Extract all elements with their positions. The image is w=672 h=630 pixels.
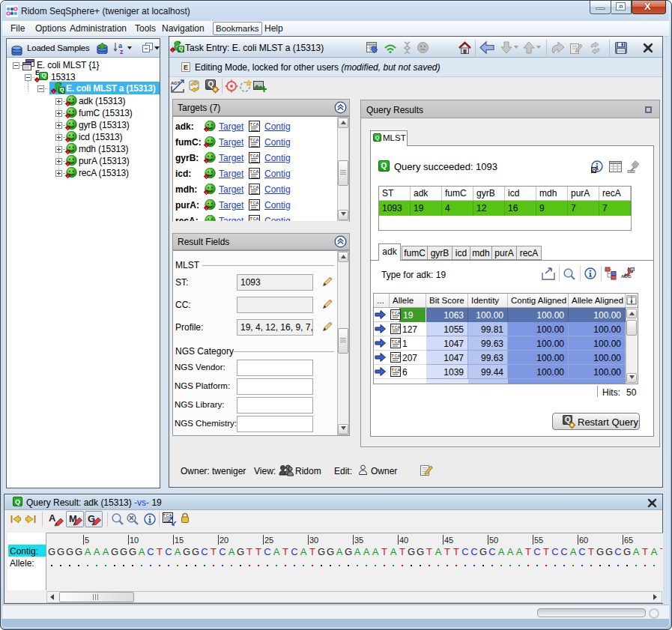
svg-text:A: A	[256, 169, 259, 174]
svg-text:A: A	[256, 185, 259, 190]
svg-text:A: A	[256, 201, 259, 205]
svg-text:A: A	[398, 368, 401, 372]
svg-text:A: A	[256, 122, 259, 127]
svg-text:A: A	[256, 154, 259, 158]
svg-text:z: z	[120, 48, 124, 55]
svg-text:A: A	[256, 138, 259, 142]
svg-text:A: A	[398, 311, 401, 315]
svg-text:A: A	[398, 354, 401, 358]
svg-text:A: A	[398, 339, 401, 344]
svg-text:A: A	[256, 216, 259, 221]
svg-text:A: A	[398, 325, 401, 330]
